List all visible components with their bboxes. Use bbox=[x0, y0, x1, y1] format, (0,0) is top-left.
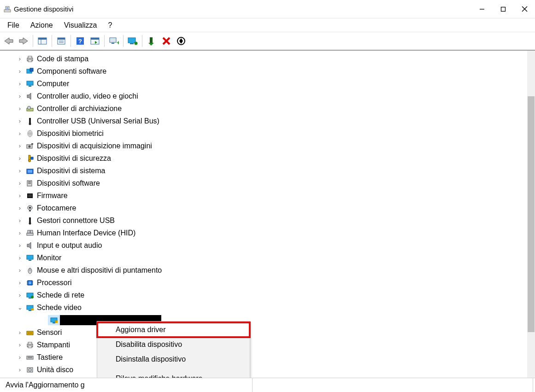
scrollbar-vertical[interactable] bbox=[527, 51, 535, 378]
tree-node[interactable]: ›Human Interface Device (HID) bbox=[0, 227, 535, 239]
system-icon bbox=[26, 167, 34, 175]
tree-node[interactable]: ›Sensori bbox=[0, 326, 535, 339]
tree-node[interactable]: ›Dispositivi di acquisizione immagini bbox=[0, 140, 535, 152]
network-icon bbox=[26, 291, 34, 299]
svg-rect-23 bbox=[130, 43, 134, 44]
svg-rect-66 bbox=[30, 230, 33, 233]
tree-node[interactable]: ⌄Schede video bbox=[0, 301, 535, 314]
tree-node[interactable]: ›Componenti software bbox=[0, 65, 535, 77]
chevron-right-icon[interactable]: › bbox=[17, 242, 23, 249]
svg-point-90 bbox=[28, 333, 29, 333]
svg-rect-84 bbox=[29, 310, 31, 311]
tree-node[interactable]: ›Unità disco bbox=[0, 363, 535, 376]
context-menu-item[interactable]: Disabilita dispositivo bbox=[97, 337, 250, 352]
tree-node[interactable]: ›Gestori connettore USB bbox=[0, 214, 535, 227]
action-panel-button[interactable] bbox=[88, 34, 102, 48]
svg-rect-65 bbox=[28, 230, 30, 233]
tree-node[interactable]: ›Fotocamere bbox=[0, 202, 535, 214]
minimize-button[interactable] bbox=[471, 0, 493, 18]
chevron-right-icon[interactable]: › bbox=[17, 192, 23, 199]
chevron-right-icon[interactable]: › bbox=[17, 229, 23, 236]
tree-node-child-selected[interactable]: › bbox=[0, 314, 535, 326]
monitor-icon bbox=[26, 80, 34, 88]
disable-device-button[interactable] bbox=[174, 34, 188, 48]
show-hide-tree-button[interactable] bbox=[35, 34, 49, 48]
tree-node[interactable]: ›Dispositivi biometrici bbox=[0, 127, 535, 140]
svg-rect-33 bbox=[28, 60, 32, 62]
chevron-right-icon[interactable]: › bbox=[17, 117, 23, 124]
tree-node[interactable]: ›Firmware bbox=[0, 189, 535, 202]
tree-node-label: Fotocamere bbox=[37, 204, 76, 212]
tree-node[interactable]: ›Schede di rete bbox=[0, 289, 535, 301]
chevron-right-icon[interactable]: › bbox=[17, 254, 23, 261]
tree-node[interactable]: ›Dispositivi software bbox=[0, 177, 535, 189]
chevron-right-icon[interactable]: › bbox=[17, 93, 23, 99]
svg-point-63 bbox=[29, 222, 31, 224]
tree-node[interactable]: ›Monitor bbox=[0, 252, 535, 264]
display-adapter-icon bbox=[26, 304, 34, 312]
tree-node-label: Dispositivi software bbox=[37, 179, 100, 187]
tree-node[interactable]: ›Controller audio, video e giochi bbox=[0, 90, 535, 102]
scrollbar-thumb[interactable] bbox=[528, 96, 535, 332]
tree-node[interactable]: ›Code di stampa bbox=[0, 53, 535, 65]
chevron-right-icon[interactable]: › bbox=[17, 155, 23, 162]
chevron-right-icon[interactable]: › bbox=[17, 205, 23, 211]
chevron-right-icon[interactable]: › bbox=[17, 167, 23, 174]
close-button[interactable] bbox=[514, 0, 535, 18]
tree-node[interactable]: ›Controller di archiviazione bbox=[0, 102, 535, 115]
tree-node[interactable]: ›Computer bbox=[0, 77, 535, 90]
chevron-right-icon[interactable]: › bbox=[17, 217, 23, 224]
monitor-icon bbox=[26, 254, 34, 262]
chevron-right-icon[interactable]: › bbox=[17, 354, 23, 361]
maximize-button[interactable] bbox=[493, 0, 514, 18]
chevron-right-icon[interactable]: › bbox=[17, 55, 23, 62]
scan-hardware-button[interactable]: + bbox=[107, 34, 121, 48]
chevron-right-icon[interactable]: › bbox=[17, 180, 23, 187]
menu-view[interactable]: Visualizza bbox=[59, 20, 102, 30]
chevron-right-icon[interactable]: › bbox=[17, 341, 23, 348]
properties-button[interactable] bbox=[54, 34, 68, 48]
chevron-right-icon[interactable]: › bbox=[17, 366, 23, 373]
context-menu-item[interactable]: Rileva modifiche hardware bbox=[97, 371, 250, 378]
tree-node[interactable]: ›Dispositivi di sistema bbox=[0, 164, 535, 177]
device-tree[interactable]: ›Code di stampa›Componenti software›Comp… bbox=[0, 51, 535, 378]
back-button[interactable] bbox=[2, 34, 16, 48]
software-comp-icon bbox=[26, 67, 34, 76]
svg-rect-17 bbox=[91, 38, 99, 40]
chevron-right-icon[interactable]: › bbox=[17, 105, 23, 112]
forward-button[interactable] bbox=[17, 34, 30, 48]
chevron-right-icon[interactable]: › bbox=[17, 142, 23, 149]
context-menu-item[interactable]: Aggiorna driver bbox=[97, 322, 250, 337]
tree-node-label: Computer bbox=[37, 80, 69, 88]
svg-rect-88 bbox=[55, 321, 58, 323]
tree-node[interactable]: ›Processori bbox=[0, 276, 535, 289]
menu-help[interactable]: ? bbox=[103, 20, 117, 30]
update-driver-button[interactable] bbox=[126, 34, 140, 48]
tree-node[interactable]: ›Mouse e altri dispositivi di puntamento bbox=[0, 264, 535, 276]
chevron-right-icon[interactable]: › bbox=[17, 130, 23, 137]
tree-node[interactable]: ›Controller USB (Universal Serial Bus) bbox=[0, 115, 535, 127]
chevron-right-icon[interactable]: › bbox=[17, 292, 23, 298]
statusbar: Avvia l'Aggiornamento g bbox=[0, 378, 535, 392]
chevron-right-icon[interactable]: › bbox=[17, 267, 23, 274]
svg-rect-2 bbox=[6, 7, 8, 9]
chevron-right-icon[interactable]: › bbox=[17, 80, 23, 87]
help-button[interactable]: ? bbox=[73, 34, 87, 48]
svg-rect-73 bbox=[29, 281, 31, 284]
menu-file[interactable]: File bbox=[3, 20, 24, 30]
context-menu-item[interactable]: Disinstalla dispositivo bbox=[97, 352, 250, 367]
tree-node[interactable]: ›Stampanti bbox=[0, 339, 535, 351]
speaker-icon bbox=[26, 92, 34, 100]
enable-device-button[interactable] bbox=[145, 34, 159, 48]
uninstall-device-button[interactable] bbox=[159, 34, 173, 48]
chevron-down-icon[interactable]: ⌄ bbox=[17, 304, 23, 311]
chevron-right-icon[interactable]: › bbox=[17, 68, 23, 75]
tree-node[interactable]: ›Input e output audio bbox=[0, 239, 535, 252]
menu-action[interactable]: Azione bbox=[26, 20, 58, 30]
svg-rect-81 bbox=[29, 298, 31, 298]
tree-node[interactable]: ›Tastiere bbox=[0, 351, 535, 363]
tree-node[interactable]: ›Dispositivi di sicurezza bbox=[0, 152, 535, 164]
chevron-right-icon[interactable]: › bbox=[17, 329, 23, 336]
svg-rect-61 bbox=[29, 210, 31, 211]
chevron-right-icon[interactable]: › bbox=[17, 279, 23, 286]
